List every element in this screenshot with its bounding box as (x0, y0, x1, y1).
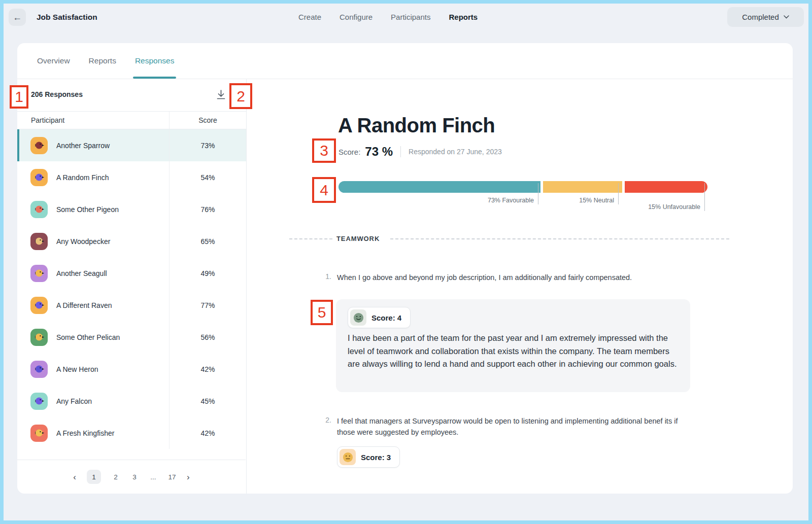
participant-name: A Random Finch (56, 173, 109, 182)
emoji-tile (340, 449, 356, 465)
bird-icon (33, 267, 45, 279)
top-nav-item-configure[interactable]: Configure (340, 13, 373, 21)
participant-score: 65% (169, 225, 246, 257)
leader-line-neutral (618, 183, 619, 204)
table-header: Participant Score (17, 112, 246, 129)
top-nav-item-participants[interactable]: Participants (391, 13, 430, 21)
participant-row[interactable]: Another Sparrow 73% (17, 129, 246, 161)
column-header-score: Score (169, 112, 246, 129)
back-button[interactable]: ← (9, 9, 26, 26)
participant-row[interactable]: A Different Raven 77% (17, 289, 246, 321)
participant-row[interactable]: A Random Finch 54% (17, 161, 246, 193)
avatar (30, 201, 48, 218)
pagination-page[interactable]: ... (149, 470, 157, 484)
bird-icon (33, 395, 45, 407)
participant-cell: Some Other Pelican (17, 321, 169, 353)
participant-name: A Different Raven (56, 301, 112, 309)
bird-icon (33, 235, 45, 247)
participant-row[interactable]: A New Heron 42% (17, 353, 246, 385)
responses-count: 206 Responses (31, 90, 83, 98)
bird-icon (33, 427, 45, 439)
participant-name: A Fresh Kingfisher (56, 429, 114, 437)
participant-score: 73% (169, 129, 246, 161)
participant-name: Some Other Pelican (56, 333, 120, 341)
bar-label-favourable: 73% Favourable (458, 197, 534, 204)
participant-score: 77% (169, 289, 246, 321)
participant-name: Any Falcon (56, 397, 92, 405)
bar-segment-favourable (339, 181, 540, 193)
participant-row[interactable]: Any Falcon 45% (17, 385, 246, 417)
pagination-page[interactable]: 2 (112, 470, 120, 484)
top-nav-item-create[interactable]: Create (298, 13, 321, 21)
avatar (30, 361, 48, 378)
column-header-participant: Participant (17, 112, 169, 129)
app-window: ← Job Satisfaction CreateConfigurePartic… (0, 0, 812, 524)
participant-cell: Another Sparrow (17, 129, 169, 161)
participant-name: Another Seagull (56, 269, 107, 277)
download-button[interactable] (214, 87, 228, 101)
participant-score: 45% (169, 385, 246, 417)
tab-responses[interactable]: Responses (134, 43, 176, 79)
question-text: I feel that managers at Surveysparrow wo… (337, 415, 697, 438)
divider (400, 146, 401, 157)
bar-label-unfavourable: 15% Unfavourable (624, 203, 700, 211)
tab-reports[interactable]: Reports (88, 43, 117, 79)
avatar (30, 137, 48, 154)
back-arrow-icon: ← (13, 12, 22, 23)
participant-cell: Any Falcon (17, 385, 169, 417)
chevron-down-icon (784, 15, 789, 19)
bar-segment-neutral (543, 181, 622, 193)
participant-row[interactable]: A Fresh Kingfisher 42% (17, 417, 246, 449)
sentiment-bar (339, 181, 707, 193)
avatar (30, 169, 48, 186)
tab-overview[interactable]: Overview (36, 43, 71, 79)
tab-bar: OverviewReportsResponses (17, 43, 793, 79)
answer-score-badge: Score: 3 (337, 446, 400, 468)
answer-text: I have been a part of the team for the p… (348, 332, 681, 371)
bird-icon (33, 299, 45, 311)
bar-label-neutral: 15% Neutral (538, 197, 614, 204)
emoji-tile (350, 309, 366, 326)
answer-score-label: Score: 4 (366, 313, 408, 322)
question-text: When I go above and beyond my job descri… (337, 272, 702, 283)
participant-row[interactable]: Some Other Pigeon 76% (17, 193, 246, 225)
annotation-box-5: 5 (311, 300, 333, 325)
bar-segment-unfavourable (625, 181, 707, 193)
panel-header: 206 Responses (17, 79, 246, 112)
participant-name: A New Heron (56, 365, 98, 373)
pagination-page[interactable]: 3 (130, 470, 139, 484)
smiley-face-icon (353, 312, 364, 324)
bird-icon (33, 139, 45, 151)
participant-row[interactable]: Another Seagull 49% (17, 257, 246, 289)
participant-cell: Any Woodpecker (17, 225, 169, 257)
participant-row[interactable]: Any Woodpecker 65% (17, 225, 246, 257)
participant-name: Some Other Pigeon (56, 205, 119, 214)
leader-line-unfavourable (704, 183, 705, 211)
annotation-box-4: 4 (312, 177, 336, 203)
section-divider-left (289, 238, 332, 239)
annotation-box-1: 1 (10, 85, 28, 109)
participant-row[interactable]: Some Other Pelican 56% (17, 321, 246, 353)
pagination-prev-icon[interactable]: ‹ (73, 473, 76, 481)
status-dropdown[interactable]: Completed (727, 7, 804, 27)
pagination-next-icon[interactable]: › (187, 473, 190, 481)
survey-title: Job Satisfaction (37, 13, 97, 22)
participant-cell: Some Other Pigeon (17, 193, 169, 225)
participant-list: Another Sparrow 73% A Random Finch 54% (17, 129, 246, 449)
top-nav-item-reports[interactable]: Reports (449, 13, 478, 21)
avatar (30, 393, 48, 410)
participant-cell: A Fresh Kingfisher (17, 417, 169, 449)
participant-score: 56% (169, 321, 246, 353)
answer-score-label: Score: 3 (356, 453, 397, 462)
participant-score: 54% (169, 161, 246, 193)
avatar (30, 265, 48, 282)
participant-name: Any Woodpecker (56, 237, 110, 246)
pagination-page[interactable]: 1 (87, 470, 101, 484)
participant-cell: Another Seagull (17, 257, 169, 289)
score-row: Score: 73 % Responded on 27 June, 2023 (339, 145, 502, 159)
question-number: 2. (317, 416, 331, 424)
neutral-face-icon (342, 451, 354, 463)
pagination-page[interactable]: 17 (168, 470, 176, 484)
bird-icon (33, 331, 45, 343)
section-divider-right (390, 238, 729, 239)
